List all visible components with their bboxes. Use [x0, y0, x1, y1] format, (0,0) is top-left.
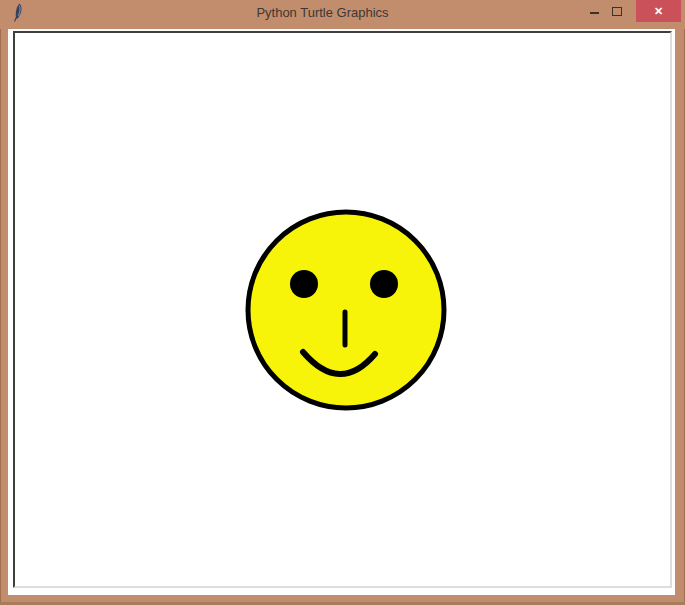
maximize-button[interactable]: [605, 0, 629, 22]
minimize-dash-icon: [590, 12, 599, 14]
smiley-left-eye: [290, 270, 318, 298]
window-controls: ✕: [583, 0, 681, 22]
minimize-button[interactable]: [583, 0, 605, 22]
turtle-canvas[interactable]: [13, 31, 672, 588]
titlebar[interactable]: Python Turtle Graphics ✕: [0, 0, 685, 29]
maximize-square-icon: [612, 7, 622, 16]
window-title: Python Turtle Graphics: [60, 0, 585, 26]
turtle-graphics-window: Python Turtle Graphics ✕: [0, 0, 685, 605]
smiley-face-drawing: [15, 33, 670, 586]
close-x-icon: ✕: [654, 5, 663, 18]
smiley-right-eye: [370, 270, 398, 298]
tk-feather-icon: [10, 3, 24, 22]
window-body: [8, 29, 675, 595]
close-button[interactable]: ✕: [636, 0, 681, 22]
